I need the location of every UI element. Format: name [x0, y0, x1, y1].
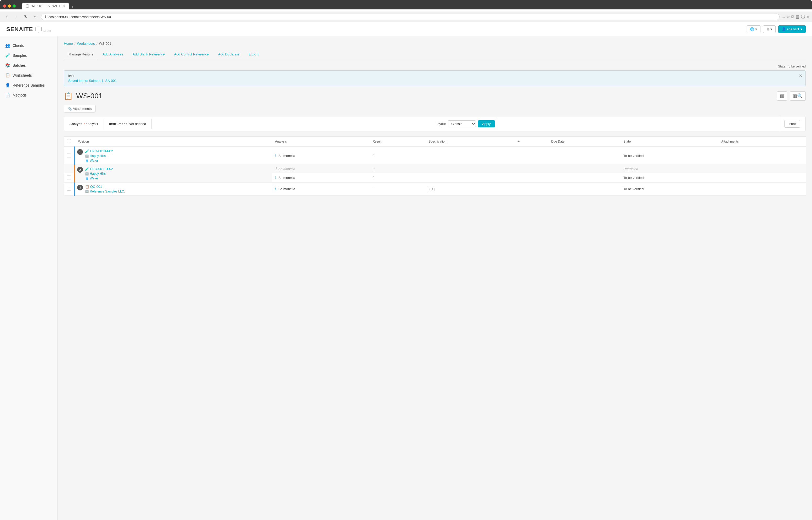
- lock-icon: ℹ: [45, 15, 46, 19]
- browser-tab-active[interactable]: WS-001 — SENAITE ✕: [22, 3, 69, 9]
- sample-link-1[interactable]: 🧪 H2O-0010-P02: [85, 149, 113, 153]
- bookmark-button[interactable]: ☆: [786, 15, 790, 19]
- sidebar-label-reference-samples: Reference Samples: [12, 83, 45, 87]
- maximize-traffic-light[interactable]: [12, 4, 16, 7]
- attachments-button[interactable]: 📎 Attachments: [64, 105, 96, 112]
- instrument-cell: Instrument Not defined: [104, 119, 152, 129]
- forward-button[interactable]: ›: [12, 13, 20, 20]
- row-duedate-cell-3: [548, 183, 620, 196]
- row-attach-cell-3: [718, 183, 806, 196]
- reader-view-button[interactable]: ▤: [796, 15, 800, 19]
- tab-add-duplicate[interactable]: Add Duplicate: [213, 50, 244, 59]
- user-button[interactable]: 👤 analyst1 ▾: [778, 25, 806, 33]
- print-button[interactable]: Print: [784, 120, 800, 128]
- instrument-value: Not defined: [129, 122, 146, 126]
- select-all-checkbox[interactable]: [67, 139, 71, 143]
- breadcrumb: Home / Worksheets / WS-001: [64, 42, 806, 46]
- client-link-2[interactable]: 🏢 Happy Hills: [85, 172, 113, 176]
- pos-content-2: 🧪 H2O-0011-P02 🏢 Happy Hills 💧 Water: [85, 167, 113, 180]
- row-spec-cell-2a: [425, 165, 514, 173]
- th-checkbox: [64, 136, 75, 147]
- client-link-1[interactable]: 🏢 Happy Hills: [85, 154, 113, 158]
- sidebar-item-clients[interactable]: 👥 Clients: [0, 41, 57, 51]
- breadcrumb-sep-2: /: [97, 42, 98, 46]
- row-analysis-cell-1: ℹ Salmonella: [272, 147, 370, 165]
- barcode-search-button[interactable]: ▦🔍: [790, 91, 806, 101]
- table-row: 1 🧪 H2O-0010-P02 🏢 Happy Hills: [64, 147, 806, 165]
- apply-button[interactable]: Apply: [478, 120, 495, 127]
- grid-button[interactable]: ⊞ ▾: [763, 25, 776, 33]
- sidebar-label-batches: Batches: [12, 63, 26, 68]
- analysis-info-icon-2a: ℹ: [275, 167, 277, 171]
- th-state: State: [620, 136, 718, 147]
- samples-icon: 🧪: [5, 53, 10, 58]
- client-icon-2: 🏢: [85, 172, 89, 176]
- analysis-name-2a: Salmonella: [278, 167, 295, 171]
- client-link-3[interactable]: 🏢 Reference Samples LLC.: [85, 190, 125, 193]
- menu-button[interactable]: ≡: [807, 15, 809, 19]
- sidebar-label-worksheets: Worksheets: [12, 73, 32, 77]
- tab-add-control-reference[interactable]: Add Control Reference: [169, 50, 213, 59]
- type-icon-2: 💧: [85, 177, 89, 180]
- tab-add-analyses[interactable]: Add Analyses: [98, 50, 128, 59]
- traffic-lights: [3, 4, 16, 7]
- row-position-cell: 1 🧪 H2O-0010-P02 🏢 Happy Hills: [75, 147, 272, 165]
- methods-icon: 📄: [5, 93, 10, 98]
- spec-value-3: [0;0]: [428, 187, 435, 191]
- sidebar-item-worksheets[interactable]: 📋 Worksheets: [0, 70, 57, 80]
- analyst-value: analyst1: [86, 122, 98, 126]
- globe-button[interactable]: 🌐 ▾: [746, 25, 760, 33]
- row-result-cell-2a: 0: [369, 165, 425, 173]
- row-checkbox-3[interactable]: [67, 187, 71, 191]
- url-display: localhost:8080/senaite/worksheets/WS-001: [48, 15, 113, 19]
- minimize-traffic-light[interactable]: [8, 4, 11, 7]
- barcode-button[interactable]: ▦: [777, 91, 787, 101]
- type-link-1[interactable]: 💧 Water: [85, 159, 113, 162]
- row-checkbox-2b[interactable]: [67, 176, 71, 179]
- worksheet-name: WS-001: [76, 92, 103, 100]
- more-button[interactable]: ···: [782, 15, 785, 19]
- row-checkbox-cell: [64, 147, 75, 165]
- main-layout: 👥 Clients 🧪 Samples 📚 Batches 📋 Workshee…: [0, 36, 812, 520]
- th-position: Position: [75, 136, 272, 147]
- tab-bar: WS-001 — SENAITE ✕ +: [22, 3, 74, 9]
- row-pm-cell-3: [514, 183, 548, 196]
- sample-link-3[interactable]: 📋 QC-001: [85, 185, 125, 189]
- sample-link-2[interactable]: 🧪 H2O-0011-P02: [85, 167, 113, 171]
- breadcrumb-worksheets[interactable]: Worksheets: [77, 42, 95, 46]
- table-row: 3 📋 QC-001 🏢 Reference Samples LLC.: [64, 183, 806, 196]
- new-tab-button[interactable]: +: [71, 5, 74, 9]
- row-state-cell-1: To be verified: [620, 147, 718, 165]
- sidebar-item-samples[interactable]: 🧪 Samples: [0, 51, 57, 60]
- back-button[interactable]: ‹: [3, 13, 10, 20]
- info-button[interactable]: ⓘ: [801, 15, 805, 19]
- sidebar-item-methods[interactable]: 📄 Methods: [0, 90, 57, 100]
- sidebar-item-batches[interactable]: 📚 Batches: [0, 60, 57, 70]
- row-checkbox-1[interactable]: [67, 154, 71, 157]
- tab-close-button[interactable]: ✕: [63, 4, 66, 8]
- pos-content-3: 📋 QC-001 🏢 Reference Samples LLC.: [85, 185, 125, 193]
- sidebar-label-samples: Samples: [12, 53, 27, 57]
- tab-add-blank-reference[interactable]: Add Blank Reference: [128, 50, 169, 59]
- type-link-2[interactable]: 💧 Water: [85, 177, 113, 180]
- breadcrumb-home[interactable]: Home: [64, 42, 73, 46]
- layout-select[interactable]: Classic Columns Transposed: [448, 120, 476, 127]
- analysis-info-icon-3: ℹ: [275, 187, 277, 191]
- home-button[interactable]: ⌂: [31, 13, 39, 20]
- info-box-close[interactable]: ✕: [799, 73, 802, 78]
- library-button[interactable]: ⧉: [791, 15, 794, 19]
- tabs-bar: Manage Results Add Analyses Add Blank Re…: [64, 50, 806, 59]
- row-result-cell-3: 0: [369, 183, 425, 196]
- row-analysis-cell-2b: ℹ Salmonella: [272, 173, 370, 183]
- layout-cell: Layout Classic Columns Transposed Apply: [430, 117, 500, 131]
- analysis-name-3: Salmonella: [278, 187, 295, 191]
- sidebar-item-reference-samples[interactable]: 👤 Reference Samples: [0, 80, 57, 90]
- close-traffic-light[interactable]: [3, 4, 6, 7]
- tab-favicon: [26, 4, 29, 8]
- tab-manage-results[interactable]: Manage Results: [64, 50, 98, 59]
- refresh-button[interactable]: ↻: [22, 13, 29, 20]
- analyst-label: Analyst: [69, 122, 82, 126]
- worksheet-barcode-actions: ▦ ▦🔍: [777, 91, 806, 101]
- tab-export[interactable]: Export: [244, 50, 263, 59]
- address-bar[interactable]: ℹ localhost:8080/senaite/worksheets/WS-0…: [41, 14, 780, 20]
